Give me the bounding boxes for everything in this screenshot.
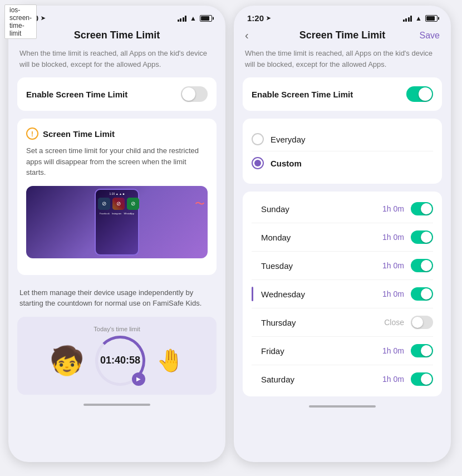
tuesday-time: 1h 0m <box>382 261 404 270</box>
everyday-radio-circle[interactable] <box>252 133 264 145</box>
table-row: Sunday 1h 0m <box>252 195 433 223</box>
app-icons-grid: ⊘ ⊘ ⊘ <box>98 198 136 210</box>
friday-indicator <box>252 343 253 358</box>
sunday-label: Sunday <box>261 204 382 214</box>
saturday-label: Saturday <box>261 375 382 384</box>
schedule-type-card: Everyday Custom <box>243 119 442 184</box>
custom-radio-circle[interactable] <box>252 157 264 169</box>
page-tag: ios-screen-time-limit <box>4 4 37 39</box>
sunday-toggle[interactable] <box>411 202 433 215</box>
table-row: Tuesday 1h 0m <box>252 252 433 279</box>
left-phone: 1:20 ➤ ▲ ‹ Screen Time Limit When the ti… <box>8 6 228 468</box>
table-row: Wednesday 1h 0m <box>252 280 433 308</box>
left-info-title-text: Screen Time Limit <box>43 129 115 139</box>
child-figure-icon: 🧒 <box>50 347 84 375</box>
phone-inner-status: 1:20 ▲ ▲ ■ <box>98 192 136 195</box>
friday-time: 1h 0m <box>382 346 404 355</box>
right-status-bar: 1:20 ➤ ▲ <box>234 6 451 26</box>
slash-overlay-instagram: ⊘ <box>112 198 125 210</box>
days-card: Sunday 1h 0m Monday 1h 0m Tuesday <box>243 192 442 396</box>
thursday-label: Thursday <box>261 318 384 327</box>
right-nav-title: Screen Time Limit <box>299 30 386 41</box>
hand-figure-icon: 🤚 <box>156 347 184 374</box>
left-status-bar: 1:20 ➤ ▲ <box>8 6 225 26</box>
slash-overlay-whatsapp: ⊘ <box>127 198 139 210</box>
whatsapp-icon: ⊘ <box>127 198 139 210</box>
monday-toggle[interactable] <box>411 230 433 244</box>
right-toggle-card: Enable Screen Time Limit <box>243 77 442 111</box>
wednesday-toggle[interactable] <box>411 287 433 301</box>
saturday-indicator <box>252 372 253 386</box>
right-save-button[interactable]: Save <box>420 31 440 41</box>
timer-display: 🧒 01:40:58 ▶ 🤚 <box>50 336 184 386</box>
right-battery-icon <box>425 15 438 22</box>
friday-toggle[interactable] <box>411 344 433 357</box>
custom-radio-dot <box>254 160 261 166</box>
right-signal-bars-icon <box>403 15 412 22</box>
squiggle-decoration: 〜 <box>195 197 205 210</box>
wednesday-time: 1h 0m <box>382 289 404 298</box>
sunday-indicator <box>252 202 253 216</box>
right-wifi-icon: ▲ <box>415 14 422 22</box>
left-home-indicator <box>83 404 150 406</box>
table-row: Friday 1h 0m <box>252 337 433 365</box>
left-toggle-label: Enable Screen Time Limit <box>26 90 127 99</box>
instagram-icon: ⊘ <box>112 198 125 210</box>
warning-icon: ! <box>26 127 38 140</box>
friday-label: Friday <box>261 346 382 356</box>
right-home-indicator <box>309 405 376 408</box>
thursday-time: Close <box>384 318 404 327</box>
right-status-time: 1:20 ➤ <box>247 13 271 23</box>
tuesday-indicator <box>252 258 253 273</box>
left-status-icons: ▲ <box>178 14 212 22</box>
timer-value: 01:40:58 <box>100 355 140 367</box>
right-nav-bar: ‹ Screen Time Limit Save <box>234 26 451 47</box>
wifi-icon: ▲ <box>190 14 196 22</box>
right-status-icons: ▲ <box>403 14 438 22</box>
thursday-toggle[interactable] <box>411 316 433 329</box>
left-nav-title: Screen Time Limit <box>74 30 160 41</box>
location-arrow-icon: ➤ <box>41 15 45 21</box>
right-phone: 1:20 ➤ ▲ ‹ Screen Time Limit Save When t… <box>234 6 454 468</box>
left-enable-toggle[interactable] <box>181 86 208 102</box>
custom-label: Custom <box>271 159 302 168</box>
let-manage-text: Let them manage their device usage indep… <box>8 283 225 317</box>
right-description: When the time limit is reached, all Apps… <box>234 47 451 77</box>
timer-play-button[interactable]: ▶ <box>132 372 145 386</box>
monday-time: 1h 0m <box>382 233 404 242</box>
sunday-time: 1h 0m <box>382 204 404 213</box>
facebook-icon: ⊘ <box>98 198 110 210</box>
custom-radio-row[interactable]: Custom <box>252 151 433 175</box>
saturday-toggle[interactable] <box>411 372 433 386</box>
everyday-label: Everyday <box>271 135 306 144</box>
left-info-card: ! Screen Time Limit Set a screen time li… <box>17 119 217 275</box>
phone-mockup: 1:20 ▲ ▲ ■ ⊘ ⊘ ⊘ FacebookInstagramW <box>26 186 208 258</box>
left-info-text: Set a screen time limit for your child a… <box>26 145 208 178</box>
right-back-button[interactable]: ‹ <box>245 29 249 42</box>
battery-icon <box>200 15 212 22</box>
tuesday-toggle[interactable] <box>411 259 433 272</box>
thursday-indicator <box>252 315 253 330</box>
timer-section: Today's time limit 🧒 01:40:58 ▶ 🤚 <box>17 317 217 395</box>
timer-label: Today's time limit <box>94 326 140 332</box>
tuesday-label: Tuesday <box>261 261 382 271</box>
phone-inner: 1:20 ▲ ▲ ■ ⊘ ⊘ ⊘ FacebookInstagramW <box>95 189 139 256</box>
monday-indicator <box>252 230 253 244</box>
left-description: When the time limit is reached, all Apps… <box>8 47 225 77</box>
right-toggle-label: Enable Screen Time Limit <box>252 90 353 99</box>
left-toggle-card: Enable Screen Time Limit <box>17 77 217 111</box>
table-row: Monday 1h 0m <box>252 223 433 251</box>
signal-bars-icon <box>178 15 187 22</box>
table-row: Thursday Close <box>252 308 433 336</box>
right-location-arrow-icon: ➤ <box>266 15 271 21</box>
timer-circle: 01:40:58 ▶ <box>95 336 145 386</box>
table-row: Saturday 1h 0m <box>252 365 433 393</box>
wednesday-label: Wednesday <box>261 289 382 299</box>
wednesday-indicator <box>252 287 253 301</box>
left-info-title-row: ! Screen Time Limit <box>26 127 208 140</box>
everyday-radio-row[interactable]: Everyday <box>252 127 433 151</box>
monday-label: Monday <box>261 233 382 242</box>
saturday-time: 1h 0m <box>382 375 404 384</box>
slash-overlay-facebook: ⊘ <box>98 198 110 210</box>
right-enable-toggle[interactable] <box>406 86 433 102</box>
